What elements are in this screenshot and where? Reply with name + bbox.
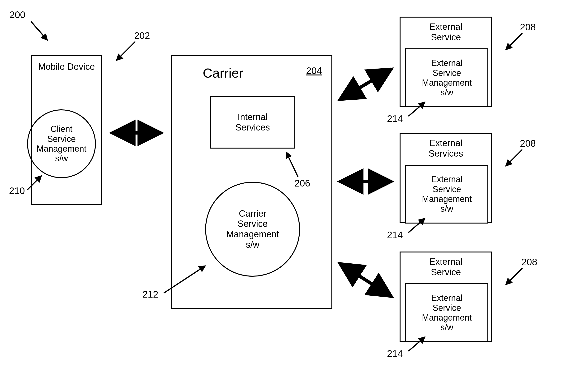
- svg-line-7: [27, 176, 42, 190]
- svg-line-12: [408, 102, 425, 116]
- svg-line-13: [408, 218, 425, 232]
- svg-line-14: [408, 337, 425, 351]
- arrows-overlay: [0, 0, 585, 392]
- svg-line-8: [164, 266, 205, 293]
- svg-line-5: [116, 42, 135, 60]
- svg-line-9: [506, 33, 522, 50]
- svg-line-1: [339, 69, 392, 100]
- svg-line-4: [31, 21, 48, 40]
- svg-line-10: [506, 150, 522, 166]
- svg-line-3: [339, 264, 392, 296]
- svg-line-11: [506, 268, 522, 285]
- svg-line-6: [286, 152, 298, 177]
